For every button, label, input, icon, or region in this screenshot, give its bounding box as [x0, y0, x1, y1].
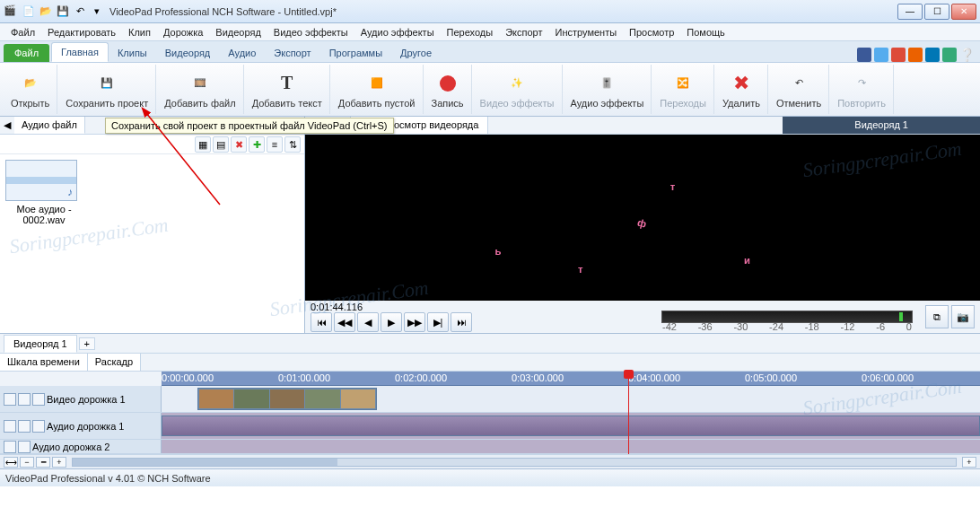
storyboard-view-tab[interactable]: Раскадр — [88, 354, 141, 371]
folder-open-icon: 📂 — [18, 71, 43, 96]
menu-file[interactable]: Файл — [5, 25, 40, 39]
media-item[interactable]: Мое аудио - 0002.wav — [5, 160, 83, 225]
zoom-fit-icon[interactable]: ⟷ — [4, 457, 18, 468]
audio-effects-button[interactable]: 🎚️Аудио эффекты — [564, 65, 652, 114]
track-mute-icon[interactable] — [4, 420, 16, 433]
qat-new-icon[interactable]: 📄 — [22, 4, 36, 19]
track-fx-icon[interactable] — [32, 420, 45, 433]
quick-access-toolbar: 📄 📂 💾 ↶ ▾ — [22, 4, 104, 19]
timeline-scrollbar[interactable]: ⟷ − ━ + + — [0, 454, 980, 468]
track-solo-icon[interactable] — [18, 420, 31, 433]
stumbleupon-icon[interactable] — [908, 48, 923, 62]
video-track-1[interactable]: Видео дорожка 1 — [0, 386, 980, 413]
zoom-slider[interactable]: ━ — [36, 457, 50, 468]
audio-fx-icon: 🎚️ — [594, 71, 619, 96]
ribbon-tab-programs[interactable]: Программы — [320, 44, 391, 62]
bin-delete-icon[interactable]: ✖ — [231, 136, 247, 153]
track-fx-icon[interactable] — [18, 393, 31, 406]
add-text-button[interactable]: TДобавить текст — [245, 65, 330, 114]
save-project-button[interactable]: 💾Сохранить проект — [58, 65, 156, 114]
bin-tab-nav-left[interactable]: ◀ — [0, 117, 14, 134]
qat-undo-icon[interactable]: ↶ — [73, 4, 87, 19]
rewind-button[interactable]: ◀ — [357, 312, 379, 332]
bin-tool-2-icon[interactable]: ▤ — [213, 136, 229, 153]
ribbon-tab-sequence[interactable]: Видеоряд — [156, 44, 220, 62]
bin-tab-audio[interactable]: Аудио файл — [14, 117, 85, 134]
bin-list-icon[interactable]: ≡ — [267, 136, 283, 153]
menu-view[interactable]: Просмотр — [624, 25, 679, 39]
ribbon-tab-main[interactable]: Главная — [51, 42, 109, 62]
linkedin-icon[interactable] — [925, 48, 940, 62]
prev-frame-button[interactable]: ◀◀ — [334, 312, 355, 332]
delete-button[interactable]: ✖Удалить — [715, 65, 768, 114]
menu-clip[interactable]: Клип — [123, 25, 156, 39]
maximize-button[interactable]: ☐ — [924, 4, 949, 20]
dual-preview-icon[interactable]: ⧉ — [925, 305, 949, 328]
track-lock-icon[interactable] — [32, 393, 45, 406]
add-track-icon[interactable]: + — [962, 457, 976, 468]
google-plus-icon[interactable] — [891, 48, 906, 62]
add-blank-button[interactable]: 🟧Добавить пустой — [331, 65, 424, 114]
video-effects-button[interactable]: ✨Видео эффекты — [473, 65, 563, 114]
bin-tool-1-icon[interactable]: ▦ — [195, 136, 211, 153]
track-mute-icon[interactable] — [4, 441, 16, 453]
sequence-tab-strip: Видеоряд 1 + — [0, 334, 980, 354]
timeline-ruler[interactable]: 0:00:00.000 0:01:00.000 0:02:00.000 0:03… — [162, 372, 980, 386]
redo-button[interactable]: ↷Повторить — [830, 65, 894, 114]
svg-text:и: и — [744, 255, 750, 266]
menu-help[interactable]: Помощь — [681, 25, 731, 39]
close-button[interactable]: ✕ — [951, 4, 976, 20]
track-view-icon[interactable] — [4, 393, 16, 406]
delete-icon: ✖ — [729, 71, 754, 96]
menu-sequence[interactable]: Видеоряд — [210, 25, 267, 39]
zoom-out-icon[interactable]: − — [20, 457, 34, 468]
ribbon-tab-audio[interactable]: Аудио — [219, 44, 265, 62]
ribbon-tab-other[interactable]: Другое — [391, 44, 441, 62]
track-solo-icon[interactable] — [18, 441, 31, 453]
open-button[interactable]: 📂Открыть — [4, 65, 57, 114]
media-item-label: Мое аудио - 0002.wav — [5, 204, 83, 225]
bin-sort-icon[interactable]: ⇅ — [284, 136, 301, 153]
playhead[interactable] — [628, 372, 629, 454]
help-icon[interactable]: ❔ — [959, 48, 975, 62]
menu-transitions[interactable]: Переходы — [442, 25, 499, 39]
menu-track[interactable]: Дорожка — [158, 25, 208, 39]
video-clip[interactable] — [197, 388, 377, 410]
menu-tools[interactable]: Инструменты — [550, 25, 623, 39]
add-file-button[interactable]: 🎞️Добавить файл — [157, 65, 243, 114]
ribbon-file-tab[interactable]: Файл — [4, 44, 49, 62]
ribbon-tab-clips[interactable]: Клипы — [109, 44, 156, 62]
track-label: Аудио дорожка 1 — [47, 421, 124, 432]
bin-add-icon[interactable]: ✚ — [249, 136, 265, 153]
audio-track-1[interactable]: Аудио дорожка 1 — [0, 413, 980, 440]
sequence-tab[interactable]: Видеоряд 1 — [4, 335, 77, 353]
qat-save-icon[interactable]: 💾 — [56, 4, 70, 19]
next-frame-button[interactable]: ▶| — [427, 312, 449, 332]
audio-clip[interactable] — [162, 416, 980, 436]
audio-track-2[interactable]: Аудио дорожка 2 — [0, 440, 980, 454]
ribbon-tab-export[interactable]: Экспорт — [265, 44, 319, 62]
share-icon[interactable] — [942, 48, 957, 62]
preview-title: Видеоряд 1 — [783, 117, 980, 134]
qat-open-icon[interactable]: 📂 — [39, 4, 53, 19]
zoom-in-icon[interactable]: + — [52, 457, 66, 468]
play-button[interactable]: ▶ — [381, 312, 402, 332]
forward-button[interactable]: ▶▶ — [404, 312, 425, 332]
preview-canvas[interactable]: ь т ф и т — [305, 135, 980, 301]
timeline-view-tab[interactable]: Шкала времени — [0, 354, 88, 371]
add-sequence-button[interactable]: + — [79, 337, 95, 350]
menu-export[interactable]: Экспорт — [500, 25, 547, 39]
record-button[interactable]: Запись — [424, 65, 472, 114]
qat-dropdown-icon[interactable]: ▾ — [90, 4, 104, 19]
goto-start-button[interactable]: ⏮ — [311, 312, 332, 332]
menu-audio-fx[interactable]: Аудио эффекты — [355, 25, 440, 39]
goto-end-button[interactable]: ⏭ — [451, 312, 472, 332]
undo-button[interactable]: ↶Отменить — [769, 65, 829, 114]
facebook-icon[interactable] — [857, 48, 871, 62]
menu-video-fx[interactable]: Видео эффекты — [268, 25, 354, 39]
transitions-button[interactable]: 🔀Переходы — [652, 65, 714, 114]
twitter-icon[interactable] — [874, 48, 888, 62]
minimize-button[interactable]: — — [897, 4, 923, 20]
snapshot-icon[interactable]: 📷 — [951, 305, 975, 328]
menu-edit[interactable]: Редактировать — [42, 25, 121, 39]
